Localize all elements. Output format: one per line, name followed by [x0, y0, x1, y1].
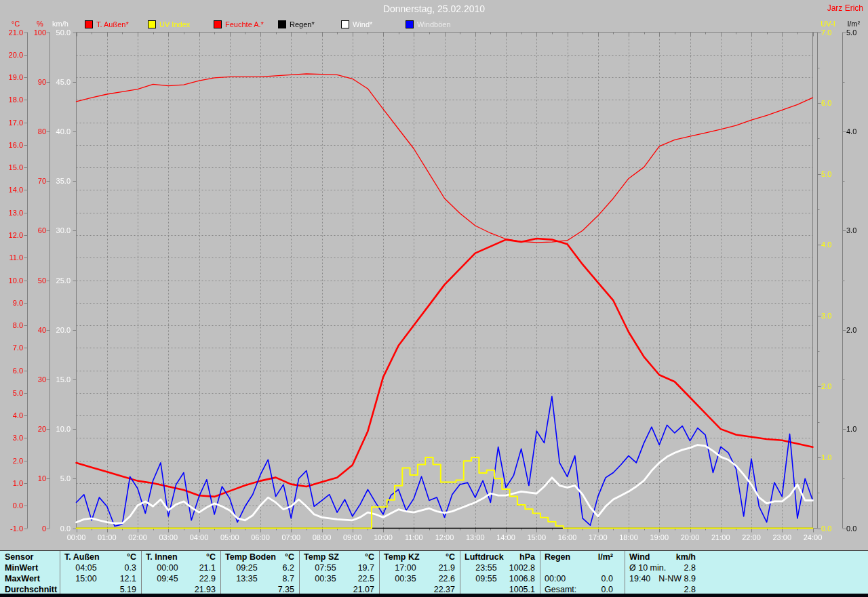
axis-header-pct: %	[31, 20, 49, 28]
cell-value: 0.0	[540, 585, 613, 594]
table-column-temp-sz: Temp SZ°C07:5519.700:3522.521.07	[299, 551, 379, 594]
legend-label: Windböen	[417, 20, 451, 28]
cell-value: 19.7	[299, 563, 374, 573]
row-label-text: MinWert	[5, 563, 38, 573]
column-unit-text: °C	[379, 552, 455, 562]
row-label-text: MaxWert	[5, 574, 40, 583]
axis-header-kmh: km/h	[49, 20, 72, 28]
cell-value: 5.19	[60, 585, 136, 594]
table-column-temp-kz: Temp KZ°C17:0021.900:3522.622.37	[379, 551, 460, 594]
table-group-header: Regenl/m²	[540, 552, 625, 562]
cell-value: 8.7	[220, 574, 294, 583]
cell-value: 2.8	[625, 563, 696, 573]
cell-value: 21.9	[379, 563, 455, 573]
axis-header-lm2: l/m²	[842, 20, 865, 28]
cell-value: 6.2	[220, 563, 294, 573]
cell-value: 21.93	[141, 585, 216, 594]
cell-value: 22.6	[379, 574, 455, 583]
cell-value: 7.35	[220, 585, 294, 594]
legend-item: Regen*	[278, 20, 315, 28]
legend-item: T. Außen*	[85, 20, 129, 28]
table-column-sensor: SensorMinWertMaxWertDurchschnitt	[0, 551, 60, 594]
legend-item: UV Index	[148, 20, 190, 28]
table-column-t-innen: T. Innen°C00:0021.109:4522.921.93	[141, 551, 220, 594]
table-data-row: 04:050.3	[60, 562, 141, 573]
table-group-header: T. Außen°C	[60, 552, 141, 562]
table-row-label: Sensor	[0, 552, 60, 562]
axis-header-uvi: UV-I	[817, 20, 839, 28]
table-group-header: Windkm/h	[625, 552, 868, 562]
cell-value: 1005.1	[460, 585, 535, 594]
cell-value: 0.3	[60, 563, 136, 573]
window-bottom-edge	[0, 594, 868, 597]
table-group-header: Temp Boden°C	[220, 552, 299, 562]
table-column-regen: Regenl/m²00:000.0Gesamt:0.0	[540, 551, 625, 594]
legend-label: Wind*	[353, 20, 372, 28]
cell-value: N-NW 8.9	[625, 574, 696, 583]
table-data-row: 00:000.0	[540, 573, 625, 584]
table-group-header: Temp KZ°C	[379, 552, 460, 562]
legend-label: T. Außen*	[96, 20, 129, 28]
column-unit-text: hPa	[460, 552, 535, 562]
axis-header-degC: °C	[5, 20, 26, 28]
legend-label: Feuchte A.*	[225, 20, 264, 28]
table-data-row: 13:358.7	[220, 573, 299, 584]
cell-value: 0.0	[540, 574, 613, 583]
cell-value: 21.1	[141, 563, 216, 573]
table-data-row: 00:3522.5	[299, 573, 379, 584]
table-data-row: 07:5519.7	[299, 562, 379, 573]
cell-value: 22.5	[299, 574, 374, 583]
legend-item: Feuchte A.*	[214, 20, 264, 28]
table-data-row: 19:40N-NW 8.9	[625, 573, 868, 584]
legend-item: Wind*	[341, 20, 372, 28]
legend-swatch-icon	[278, 20, 286, 28]
column-unit-text: l/m²	[540, 552, 613, 562]
legend-label: Regen*	[290, 20, 315, 28]
cell-value: 22.37	[379, 585, 455, 594]
column-unit-text: °C	[220, 552, 294, 562]
cell-value: 12.1	[60, 574, 136, 583]
row-label-text: Sensor	[5, 552, 33, 562]
table-data-row: 09:551006.8	[460, 573, 540, 584]
table-column-temp-boden: Temp Boden°C09:256.213:358.77.35	[220, 551, 299, 594]
weather-day-chart	[0, 0, 868, 550]
table-data-row: 15:0012.1	[60, 573, 141, 584]
column-unit-text: °C	[299, 552, 374, 562]
legend-swatch-icon	[214, 20, 222, 28]
table-group-header: T. Innen°C	[141, 552, 220, 562]
column-unit-text: °C	[141, 552, 216, 562]
column-unit-text: °C	[60, 552, 136, 562]
table-data-row: 23:551002.8	[460, 562, 540, 573]
table-row-label: MaxWert	[0, 573, 60, 584]
statistics-table: SensorMinWertMaxWertDurchschnittT. Außen…	[0, 550, 868, 594]
cell-value: 22.9	[141, 574, 216, 583]
cell-value: 21.07	[299, 585, 374, 594]
cell-value: 2.8	[625, 585, 696, 594]
legend-swatch-icon	[341, 20, 349, 28]
page-title: Donnerstag, 25.02.2010	[0, 3, 868, 14]
table-column-t-au-en: T. Außen°C04:050.315:0012.15.19	[60, 551, 141, 594]
table-data-row: 09:256.2	[220, 562, 299, 573]
table-data-row: 09:4522.9	[141, 573, 220, 584]
weather-app-window: Donnerstag, 25.02.2010 Jarz Erich T. Auß…	[0, 0, 868, 597]
table-data-row	[540, 562, 625, 573]
table-data-row: 00:3522.6	[379, 573, 460, 584]
row-label-text: Durchschnitt	[5, 585, 57, 594]
table-data-row: 00:0021.1	[141, 562, 220, 573]
legend-swatch-icon	[406, 20, 414, 28]
table-data-row: Ø 10 min.2.8	[625, 562, 868, 573]
table-group-header: Temp SZ°C	[299, 552, 379, 562]
column-unit-text: km/h	[625, 552, 696, 562]
table-column-wind: Windkm/hØ 10 min.2.819:40N-NW 8.92.8	[625, 551, 868, 594]
legend-swatch-icon	[148, 20, 156, 28]
legend-label: UV Index	[159, 20, 190, 28]
table-data-row: 17:0021.9	[379, 562, 460, 573]
cell-value: 1006.8	[460, 574, 535, 583]
legend-swatch-icon	[85, 20, 93, 28]
table-column-luftdruck: LuftdruckhPa23:551002.809:551006.81005.1	[460, 551, 540, 594]
table-group-header: LuftdruckhPa	[460, 552, 540, 562]
watermark-owner-name: Jarz Erich	[827, 3, 863, 13]
table-row-label: MinWert	[0, 562, 60, 573]
legend-item: Windböen	[406, 20, 451, 28]
cell-value: 1002.8	[460, 563, 535, 573]
